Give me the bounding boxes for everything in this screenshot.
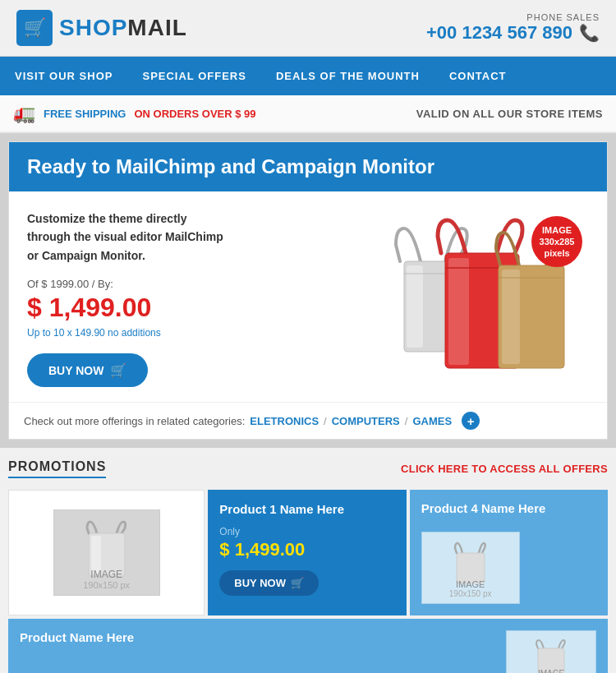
installments: Up to 10 x 149.90 no additions bbox=[27, 327, 342, 339]
svg-rect-6 bbox=[448, 258, 469, 365]
hero-title: Ready to MailChimp and Campaign Monitor bbox=[27, 155, 589, 178]
related-label: Check out more offerings in related cate… bbox=[24, 415, 245, 427]
cart-icon-2: 🛒 bbox=[291, 577, 304, 589]
hero-image-section: IMAGE 330x285 pixels bbox=[351, 210, 589, 387]
access-offers-link[interactable]: CLICK HERE TO ACCESS ALL OFFERS bbox=[401, 463, 608, 475]
related-link-electronics[interactable]: ELETRONICS bbox=[250, 415, 319, 427]
nav: VISIT OUR SHOP SPECIAL OFFERS DEALS OF T… bbox=[0, 57, 616, 95]
hero-text-section: Customize the theme directlythrough the … bbox=[27, 210, 342, 387]
shipping-bar: 🚛 FREE SHIPPING ON ORDERS OVER $ 99 VALI… bbox=[0, 95, 616, 133]
bag-svg-4 bbox=[531, 636, 572, 673]
product-1-image-label: IMAGE bbox=[90, 569, 122, 580]
shipping-right: VALID ON ALL OUR STORE ITEMS bbox=[416, 108, 603, 120]
product-1-image: IMAGE 190x150 px bbox=[53, 509, 160, 596]
promotions-header: PROMOTIONS CLICK HERE TO ACCESS ALL OFFE… bbox=[8, 459, 608, 478]
nav-item-contact[interactable]: CONTACT bbox=[434, 57, 522, 95]
bag-svg-3 bbox=[446, 538, 495, 583]
phone-icon: 📞 bbox=[579, 23, 600, 43]
product-2-price: $ 1,499.00 bbox=[219, 539, 394, 560]
add-category-button[interactable]: + bbox=[462, 412, 480, 430]
hero-body: Customize the theme directlythrough the … bbox=[9, 191, 607, 402]
product-card-3: Product 4 Name Here IMAGE 190x150 px bbox=[410, 490, 608, 615]
phone-area: PHONE SALES +00 1234 567 890 📞 bbox=[426, 12, 600, 44]
product-card-1: IMAGE 190x150 px bbox=[8, 490, 205, 615]
product-4-name: Product Name Here bbox=[20, 630, 506, 673]
nav-item-visit-shop[interactable]: VISIT OUR SHOP bbox=[0, 57, 127, 95]
product-1-image-size: 190x150 px bbox=[83, 580, 130, 590]
product-2-name: Product 1 Name Here bbox=[219, 501, 394, 518]
logo-text: SHOPMAIL bbox=[59, 15, 187, 41]
cart-icon: 🛒 bbox=[110, 362, 126, 378]
hero-wrapper: Ready to MailChimp and Campaign Monitor … bbox=[8, 141, 608, 440]
free-shipping-text: FREE SHIPPING bbox=[44, 108, 126, 120]
logo-icon: 🛒 bbox=[16, 10, 53, 46]
bag-svg-1 bbox=[74, 515, 140, 577]
truck-icon: 🚛 bbox=[13, 103, 35, 124]
related-categories-bar: Check out more offerings in related cate… bbox=[9, 402, 607, 439]
products-row: IMAGE 190x150 px Product 1 Name Here Onl… bbox=[8, 490, 608, 615]
promotions-title-wrapper: PROMOTIONS bbox=[8, 459, 106, 478]
logo-area: 🛒 SHOPMAIL bbox=[16, 10, 187, 46]
nav-item-special-offers[interactable]: SPECIAL OFFERS bbox=[127, 57, 260, 95]
related-link-games[interactable]: GAMES bbox=[412, 415, 452, 427]
promotions-title: PROMOTIONS bbox=[8, 459, 106, 473]
sale-price: $ 1,499.00 bbox=[27, 293, 342, 323]
product-2-buy-button[interactable]: BUY NOW 🛒 bbox=[219, 570, 319, 596]
product-card-2: Product 1 Name Here Only $ 1,499.00 BUY … bbox=[208, 490, 406, 615]
order-condition-text: ON ORDERS OVER $ 99 bbox=[134, 108, 255, 120]
related-link-computers[interactable]: COMPUTERS bbox=[332, 415, 400, 427]
svg-rect-2 bbox=[407, 265, 423, 348]
hero-title-bar: Ready to MailChimp and Campaign Monitor bbox=[9, 142, 607, 191]
separator-1: / bbox=[324, 415, 327, 427]
product-3-name: Product 4 Name Here bbox=[421, 501, 596, 515]
original-price: Of $ 1999.00 / By: bbox=[27, 278, 342, 290]
product-4-image: IMAGE 190x150 px bbox=[506, 630, 596, 673]
hero-description: Customize the theme directlythrough the … bbox=[27, 210, 342, 265]
image-badge: IMAGE 330x285 pixels bbox=[531, 216, 582, 267]
fourth-product-row: Product Name Here IMAGE 190x150 px bbox=[8, 619, 608, 673]
shipping-left: 🚛 FREE SHIPPING ON ORDERS OVER $ 99 bbox=[13, 103, 256, 124]
promotions-section: PROMOTIONS CLICK HERE TO ACCESS ALL OFFE… bbox=[0, 448, 616, 673]
product-2-only: Only bbox=[219, 526, 394, 537]
phone-label: PHONE SALES bbox=[426, 12, 600, 22]
svg-rect-10 bbox=[502, 270, 520, 364]
product-3-image: IMAGE 190x150 px bbox=[421, 532, 520, 604]
phone-number: +00 1234 567 890 📞 bbox=[426, 22, 600, 44]
nav-item-deals[interactable]: DEALS OF THE MOUNTH bbox=[261, 57, 434, 95]
buy-now-button[interactable]: BUY NOW 🛒 bbox=[27, 353, 148, 387]
separator-2: / bbox=[405, 415, 408, 427]
header: 🛒 SHOPMAIL PHONE SALES +00 1234 567 890 … bbox=[0, 0, 616, 57]
